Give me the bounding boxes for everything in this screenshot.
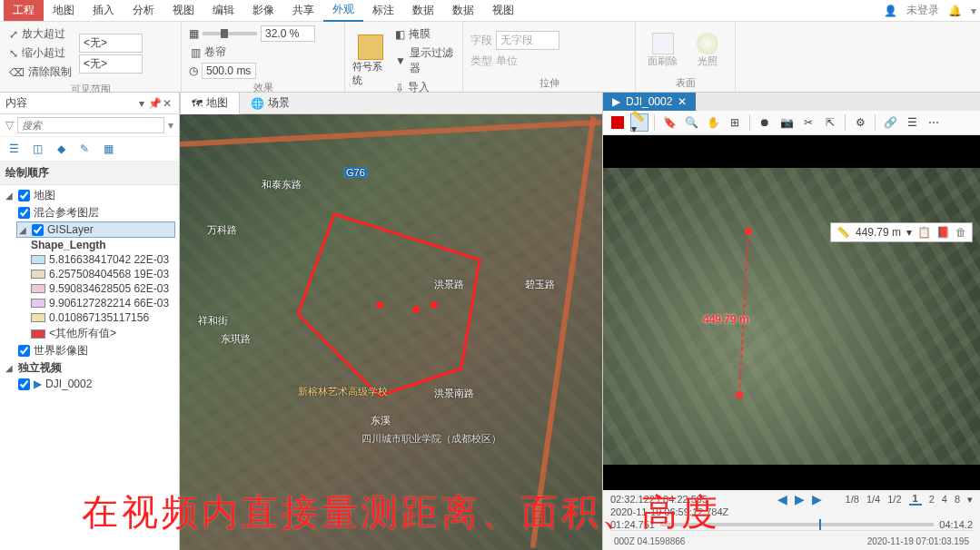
speed-1[interactable]: 1 [909, 493, 922, 506]
user-area[interactable]: 👤 未登录 🔔 ▾ [884, 3, 976, 18]
snapshot-button[interactable]: 📷 [777, 113, 796, 132]
tree-ref-layer[interactable]: 混合参考图层 [16, 204, 175, 221]
color-picker-button[interactable] [609, 113, 627, 132]
tree-video-item[interactable]: ▶DJI_0002 [16, 377, 175, 391]
lighting-button[interactable]: 光照 [688, 33, 728, 68]
video-tab[interactable]: ▶DJI_0002✕ [603, 93, 696, 111]
video-measurement-label: 449.79 m [703, 313, 749, 326]
tree-value-4[interactable]: 0.010867135117156 [29, 310, 175, 325]
menu-data[interactable]: 数据 [403, 0, 443, 21]
symbology-button[interactable]: 符号系统 [352, 34, 388, 87]
panel-pin-icon[interactable]: 📌 [148, 97, 161, 110]
map-label-college: 四川城市职业学院（成都校区） [361, 432, 501, 446]
ref-visibility-checkbox[interactable] [18, 207, 30, 219]
bookmark-button[interactable]: 🔖 [660, 113, 678, 132]
map-visibility-checkbox[interactable] [18, 190, 30, 201]
tree-value-2[interactable]: 9.590834628505 62E-03 [29, 281, 175, 296]
speed-8[interactable]: 8 [955, 494, 960, 505]
transparency-slider[interactable] [203, 32, 257, 35]
panel-close-icon[interactable]: ✕ [161, 97, 173, 110]
list-by-selection-icon[interactable]: ◆ [53, 141, 69, 157]
tree-map-root[interactable]: ◢地图 [4, 187, 175, 204]
options-button[interactable]: ⋯ [925, 113, 943, 132]
tree-value-0[interactable]: 5.816638417042 22E-03 [29, 252, 175, 267]
list-by-snapping-icon[interactable]: ▦ [100, 141, 116, 157]
measure-button[interactable]: 📏▾ [630, 113, 648, 132]
tree-value-1[interactable]: 6.257508404568 19E-03 [29, 267, 175, 281]
menu-map[interactable]: 地图 [44, 0, 84, 21]
zoom-out-beyond-button[interactable]: ⤡缩小超过 [7, 44, 74, 62]
tree-value-3[interactable]: 9.906127282214 66E-03 [29, 296, 175, 310]
menu-appearance[interactable]: 外观 [323, 0, 363, 22]
red-swatch-icon [611, 116, 624, 129]
swipe-button[interactable]: ▥卷帘 [189, 44, 315, 61]
clear-limits-button[interactable]: ⌫清除限制 [7, 64, 74, 81]
record-button[interactable]: ⏺ [756, 113, 774, 132]
dd-min-scale[interactable]: <无> [79, 54, 143, 74]
tree-world-imagery[interactable]: 世界影像图 [16, 342, 175, 359]
menu-analysis[interactable]: 分析 [124, 0, 163, 21]
crop-button[interactable]: ✂ [799, 113, 817, 132]
menu-insert[interactable]: 插入 [84, 0, 124, 21]
speed-18[interactable]: 1/8 [846, 494, 859, 505]
imagery-visibility-checkbox[interactable] [18, 345, 30, 357]
menu-share[interactable]: 共享 [283, 0, 323, 21]
chevron-down-icon[interactable]: ▾ [971, 5, 976, 17]
menu-edit[interactable]: 编辑 [203, 0, 243, 21]
pan-tool-button[interactable]: ✋ [704, 113, 722, 132]
ruler-end: 04:14.2 [939, 519, 973, 530]
map-canvas[interactable]: G76 和泰东路 洪景路 洪景南路 祥和街 东琪路 碧玉路 新榕林艺术高级学校 … [180, 114, 602, 550]
swatch-icon [31, 270, 45, 279]
tree-other-values[interactable]: <其他所有值> [29, 325, 175, 342]
search-options-icon[interactable]: ▾ [168, 119, 173, 132]
full-extent-button[interactable]: ⊞ [726, 113, 744, 132]
speed-dd-icon[interactable]: ▾ [967, 494, 973, 506]
speed-12[interactable]: 1/2 [887, 494, 901, 505]
tab-scene[interactable]: 🌐场景 [240, 93, 301, 113]
display-filter-button[interactable]: ▼显示过滤器 [393, 44, 455, 77]
list-by-editing-icon[interactable]: ✎ [76, 141, 93, 157]
tree-indep-video[interactable]: ◢独立视频 [4, 359, 175, 377]
tab-close-icon[interactable]: ✕ [678, 95, 687, 108]
face-cull-button[interactable]: 面刷除 [643, 33, 683, 68]
menu-view2[interactable]: 视图 [483, 0, 523, 21]
tab-map[interactable]: 🗺地图 [180, 92, 240, 114]
menu-view[interactable]: 视图 [163, 0, 203, 21]
copy-icon[interactable]: 📋 [917, 226, 931, 239]
map-view: 🗺地图 🌐场景 G76 和泰东路 洪景路 洪景南路 祥和街 东琪路 碧玉路 新榕… [180, 93, 602, 550]
dd-max-scale[interactable]: <无> [79, 34, 143, 53]
list-by-drawing-icon[interactable]: ☰ [5, 141, 22, 157]
mask-button[interactable]: ◧掩膜 [393, 25, 455, 43]
export-button[interactable]: ⇱ [821, 113, 839, 132]
book-icon[interactable]: 📕 [936, 226, 950, 239]
bell-icon[interactable]: 🔔 [948, 5, 962, 17]
play-button[interactable]: ▶ [795, 492, 805, 506]
menu-data2[interactable]: 数据 [443, 0, 483, 21]
menu-imagery[interactable]: 影像 [243, 0, 283, 21]
gis-visibility-checkbox[interactable] [32, 224, 44, 236]
speed-14[interactable]: 1/4 [866, 494, 880, 505]
step-fwd-button[interactable]: ▶ [812, 492, 822, 506]
filter-icon[interactable]: ▽ [5, 119, 14, 132]
step-back-button[interactable]: ◀ [777, 492, 787, 506]
menu-project[interactable]: 工程 [4, 0, 44, 21]
tree-gis-layer[interactable]: ◢GISLayer [16, 221, 175, 238]
flicker-value[interactable]: 500.0 ms [202, 63, 256, 79]
speed-4[interactable]: 4 [942, 494, 947, 505]
search-input[interactable] [17, 117, 164, 133]
menu-labeling[interactable]: 标注 [363, 0, 403, 21]
video-visibility-checkbox[interactable] [18, 378, 30, 390]
transparency-value[interactable]: 32.0 % [261, 25, 315, 42]
layers-button[interactable]: ☰ [903, 113, 921, 132]
svg-point-2 [412, 306, 420, 313]
zoom-tool-button[interactable]: 🔍 [682, 113, 700, 132]
zoom-in-beyond-button[interactable]: ⤢放大超过 [7, 25, 74, 43]
trash-icon[interactable]: 🗑 [955, 226, 966, 239]
chevron-down-icon[interactable]: ▾ [906, 226, 912, 239]
list-by-source-icon[interactable]: ◫ [29, 141, 45, 157]
speed-2[interactable]: 2 [929, 494, 935, 505]
settings-button[interactable]: ⚙ [851, 113, 869, 132]
link-button[interactable]: 🔗 [881, 113, 899, 132]
video-frame[interactable]: 449.79 m 📏 449.79 m ▾ 📋 📕 🗑 [603, 168, 980, 465]
panel-menu-icon[interactable]: ▾ [135, 97, 148, 110]
